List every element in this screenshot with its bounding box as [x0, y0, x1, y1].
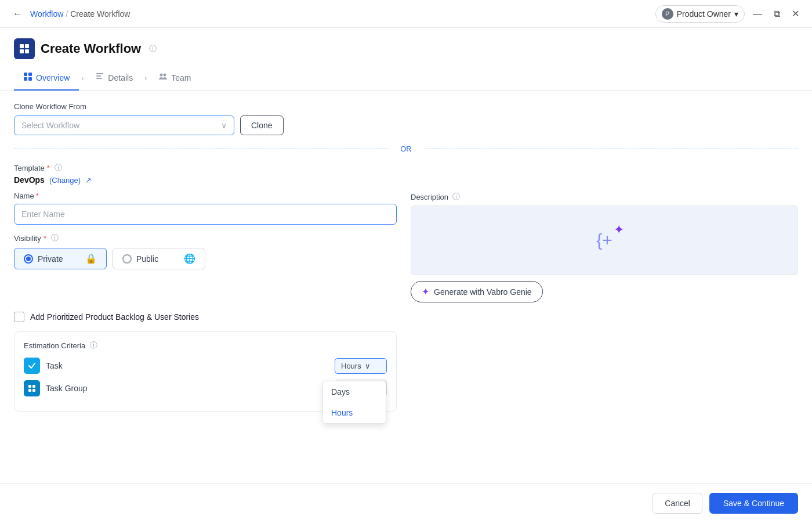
private-radio-fill: [26, 257, 31, 261]
svg-rect-9: [96, 75, 101, 77]
estimation-box: Estimation Criteria ⓘ Task Hours ∨ Days …: [14, 331, 397, 412]
svg-rect-15: [28, 389, 31, 392]
name-label: Name *: [14, 192, 397, 200]
svg-rect-2: [20, 49, 24, 53]
or-line-left: [14, 149, 389, 149]
clone-section-label: Clone Workflow From: [14, 102, 798, 111]
task-group-label: Task Group: [46, 384, 335, 393]
title-bar-left: ← Workflow / Create Workflow: [9, 6, 130, 21]
user-avatar: P: [662, 8, 673, 20]
svg-rect-5: [28, 73, 32, 76]
or-line-right: [423, 149, 798, 149]
svg-rect-8: [96, 73, 103, 74]
generate-label: Generate with Vabro Genie: [434, 287, 532, 297]
checkbox-row: Add Prioritized Product Backlog & User S…: [14, 312, 798, 322]
external-link-icon[interactable]: ↗: [85, 176, 92, 185]
clone-button[interactable]: Clone: [240, 116, 284, 135]
globe-icon: 🌐: [184, 253, 195, 264]
task-icon: [24, 358, 40, 374]
template-name: DevOps: [14, 175, 45, 185]
template-value-row: DevOps (Change) ↗: [14, 175, 798, 185]
minimize-button[interactable]: —: [749, 6, 766, 21]
template-info-icon[interactable]: ⓘ: [55, 163, 62, 173]
or-text: OR: [396, 145, 416, 153]
sparkle-icon: ✦: [614, 222, 624, 237]
genie-cursor: {+ ✦: [596, 230, 612, 250]
select-workflow-placeholder: Select Workflow: [21, 121, 79, 130]
breadcrumb: Workflow / Create Workflow: [30, 9, 130, 19]
user-chevron: ▾: [734, 9, 738, 19]
visibility-public[interactable]: Public 🌐: [113, 248, 205, 269]
description-area[interactable]: {+ ✦: [411, 205, 798, 275]
svg-rect-3: [25, 49, 29, 53]
description-info-icon[interactable]: ⓘ: [452, 192, 460, 202]
cursor-bracket: {+: [596, 230, 612, 250]
page-info-icon[interactable]: ⓘ: [149, 44, 157, 54]
svg-rect-0: [20, 44, 24, 48]
overview-tab-icon: [23, 72, 32, 84]
content-area: Clone Workflow From Select Workflow ∨ Cl…: [0, 91, 812, 446]
tab-details[interactable]: Details: [86, 66, 142, 91]
title-bar: ← Workflow / Create Workflow P Product O…: [0, 0, 812, 28]
visibility-label: Visibility * ⓘ: [14, 233, 397, 243]
visibility-info-icon[interactable]: ⓘ: [51, 233, 59, 243]
task-hours-value: Hours: [341, 362, 361, 370]
tab-overview-label: Overview: [36, 73, 70, 82]
task-dropdown-menu: Days Hours: [322, 381, 386, 424]
back-button[interactable]: ←: [9, 6, 26, 21]
clone-row: Select Workflow ∨ Clone: [14, 116, 798, 135]
estimation-row-task: Task Hours ∨ Days Hours: [24, 358, 387, 374]
task-chevron-icon: ∨: [365, 362, 371, 370]
dropdown-item-days[interactable]: Days: [323, 381, 386, 402]
visibility-private[interactable]: Private 🔒: [14, 248, 107, 269]
tab-team-label: Team: [171, 73, 191, 82]
page-title: Create Workflow: [41, 41, 141, 56]
tab-details-label: Details: [108, 73, 133, 82]
private-radio: [24, 254, 33, 264]
user-menu[interactable]: P Product Owner ▾: [655, 5, 745, 23]
breadcrumb-workflow-link[interactable]: Workflow: [30, 9, 63, 19]
task-group-icon: [24, 380, 40, 396]
page-header: Create Workflow ⓘ: [0, 28, 812, 66]
description-label-text: Description: [411, 193, 448, 201]
svg-rect-16: [32, 389, 35, 392]
svg-point-11: [160, 74, 163, 77]
team-tab-icon: [158, 72, 168, 84]
visibility-options: Private 🔒 Public 🌐: [14, 248, 397, 269]
name-required: *: [36, 192, 39, 200]
breadcrumb-current: Create Workflow: [70, 9, 130, 19]
backlog-checkbox[interactable]: [14, 312, 24, 322]
visibility-label-text: Visibility: [14, 234, 41, 243]
svg-rect-13: [28, 385, 31, 388]
private-label: Private: [38, 254, 63, 264]
estimation-title: Estimation Criteria ⓘ: [24, 340, 387, 351]
name-label-text: Name: [14, 192, 34, 200]
lock-icon: 🔒: [85, 253, 97, 264]
svg-rect-6: [24, 77, 27, 81]
svg-rect-1: [25, 44, 29, 48]
svg-rect-10: [96, 78, 102, 79]
dropdown-item-hours[interactable]: Hours: [323, 402, 386, 423]
select-workflow-chevron: ∨: [221, 121, 227, 130]
estimation-info-icon[interactable]: ⓘ: [90, 340, 97, 351]
two-col-layout: Name * Visibility * ⓘ Private 🔒: [14, 192, 798, 302]
title-bar-right: P Product Owner ▾ — ⧉ ✕: [655, 5, 803, 23]
left-column: Name * Visibility * ⓘ Private 🔒: [14, 192, 397, 302]
svg-rect-14: [32, 385, 35, 388]
public-label: Public: [136, 254, 158, 264]
generate-genie-button[interactable]: ✦ Generate with Vabro Genie: [411, 281, 543, 302]
public-radio: [122, 254, 132, 264]
restore-button[interactable]: ⧉: [770, 6, 784, 21]
name-input[interactable]: [14, 204, 397, 225]
svg-point-12: [164, 74, 166, 77]
change-template-link[interactable]: (Change): [49, 176, 81, 185]
select-workflow-dropdown[interactable]: Select Workflow ∨: [14, 116, 234, 135]
user-label: Product Owner: [677, 9, 731, 19]
template-label: Template * ⓘ: [14, 163, 798, 173]
tab-overview[interactable]: Overview: [14, 66, 79, 91]
svg-rect-7: [28, 77, 32, 81]
task-hours-select[interactable]: Hours ∨ Days Hours: [335, 358, 387, 374]
page-icon: [14, 38, 35, 59]
close-button[interactable]: ✕: [788, 6, 803, 21]
tab-team[interactable]: Team: [149, 66, 200, 91]
